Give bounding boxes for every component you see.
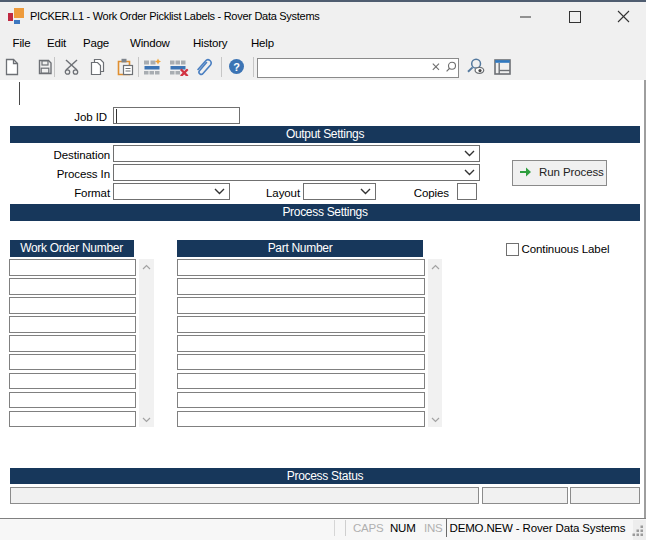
svg-text:?: ?: [233, 61, 240, 73]
